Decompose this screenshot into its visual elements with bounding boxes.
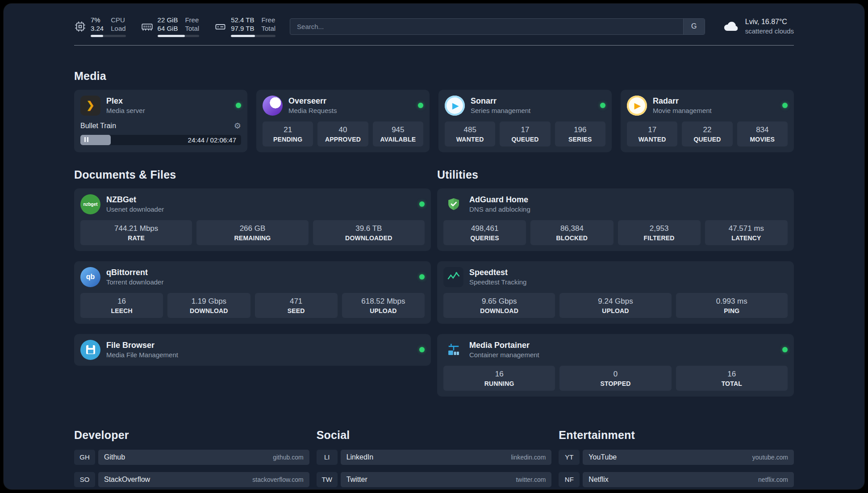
stat-block: 834 MOVIES <box>737 121 788 146</box>
service-description: Series management <box>471 106 530 115</box>
section-title-developer: Developer <box>74 429 309 442</box>
service-card-plex[interactable]: ❯ Plex Media server Bullet Train ⚙ <box>74 90 247 152</box>
stat-block: 266 GB REMAINING <box>196 220 308 245</box>
disk-free-label: Free <box>261 16 275 25</box>
stat-block: 945 AVAILABLE <box>373 121 423 146</box>
bookmark-url: youtube.com <box>752 454 788 461</box>
stat-block: 196 SERIES <box>555 121 605 146</box>
service-card-sonarr[interactable]: ▶ Sonarr Series management 485 WANTED 17… <box>438 90 612 152</box>
service-card-portainer[interactable]: Media Portainer Container management 16 … <box>437 334 794 397</box>
stat-block: 498,461 QUERIES <box>443 220 526 245</box>
header-divider <box>74 45 794 46</box>
status-dot <box>419 201 425 207</box>
bookmark-stackoverflow[interactable]: SO StackOverflow stackoverflow.com <box>74 472 309 487</box>
filebrowser-icon <box>80 340 100 360</box>
disk-total-label: Total <box>261 25 275 33</box>
bookmark-url: netflix.com <box>758 476 788 483</box>
stat-block: 2,953 FILTERED <box>618 220 701 245</box>
service-card-filebrowser[interactable]: File Browser Media File Management <box>74 334 431 366</box>
stat-block: 39.6 TB DOWNLOADED <box>313 220 425 245</box>
stat-block: 0 STOPPED <box>559 366 671 391</box>
bookmark-abbr: NF <box>559 472 580 487</box>
status-dot <box>418 103 423 108</box>
section-title-social: Social <box>317 429 552 442</box>
service-description: Movie management <box>653 106 712 115</box>
bookmark-group-developer: Developer GH Github github.com SO StackO… <box>74 429 309 490</box>
service-card-qbittorrent[interactable]: qb qBittorrent Torrent downloader 16 LEE… <box>74 261 431 324</box>
service-name: Overseerr <box>288 96 337 106</box>
memory-widget: 22 GiB 64 GiB Free Total <box>141 16 200 37</box>
plex-now-playing: Bullet Train ⚙ 24:44 / 02:06:47 <box>80 121 241 145</box>
speedtest-icon <box>443 267 463 287</box>
memory-free-value: 22 GiB <box>158 16 178 25</box>
cpu-widget: 7% 3.24 CPU Load <box>74 16 126 37</box>
service-description: Torrent downloader <box>106 278 163 287</box>
bookmark-url: linkedin.com <box>511 454 546 461</box>
playback-progress-bar: 24:44 / 02:06:47 <box>80 135 241 145</box>
bookmark-abbr: GH <box>74 450 95 465</box>
search-input[interactable] <box>290 19 683 34</box>
cpu-load-value: 3.24 <box>91 25 104 33</box>
service-name: NZBGet <box>106 195 164 205</box>
service-name: qBittorrent <box>106 267 163 278</box>
search-provider-button[interactable]: G <box>683 19 705 34</box>
bookmark-netflix[interactable]: NF Netflix netflix.com <box>559 472 794 487</box>
memory-free-label: Free <box>185 16 199 25</box>
stat-block: 40 APPROVED <box>317 121 368 146</box>
playback-time: 24:44 / 02:06:47 <box>188 136 236 144</box>
memory-icon <box>141 21 153 33</box>
service-name: Speedtest <box>469 267 526 278</box>
bookmark-name: Netflix <box>588 476 608 484</box>
stat-block: 16 LEECH <box>80 293 163 318</box>
service-description: Container management <box>469 351 539 359</box>
disk-free-value: 52.4 TB <box>231 16 254 25</box>
service-card-overseerr[interactable]: Overseerr Media Requests 21 PENDING 40 A… <box>256 90 430 152</box>
bookmark-twitter[interactable]: TW Twitter twitter.com <box>317 472 552 487</box>
stat-block: 0.993 ms PING <box>676 293 788 318</box>
service-card-adguard[interactable]: AdGuard Home DNS and adblocking 498,461 … <box>437 188 794 251</box>
stat-block: 9.24 Gbps UPLOAD <box>559 293 671 318</box>
bookmark-linkedin[interactable]: LI LinkedIn linkedin.com <box>317 450 552 465</box>
service-name: Radarr <box>653 96 712 106</box>
bookmark-group-entertainment: Entertainment YT YouTube youtube.com NF … <box>559 429 794 490</box>
now-playing-title: Bullet Train <box>80 122 116 130</box>
topbar: 7% 3.24 CPU Load <box>74 16 794 37</box>
service-card-radarr[interactable]: ▶ Radarr Movie management 17 WANTED 22 Q… <box>621 90 794 152</box>
stat-block: 21 PENDING <box>263 121 313 146</box>
service-card-nzbget[interactable]: nzbget NZBGet Usenet downloader 744.21 M… <box>74 188 431 251</box>
service-name: Sonarr <box>471 96 530 106</box>
overseerr-icon <box>263 96 283 116</box>
service-description: DNS and adblocking <box>469 205 530 214</box>
weather-location: Lviv, 16.87°C <box>745 17 794 27</box>
portainer-icon <box>443 340 463 360</box>
cpu-progress-bar <box>91 35 126 37</box>
section-utilities: Utilities AdGuard Home DNS and adblockin… <box>437 168 794 397</box>
section-title-utilities: Utilities <box>437 168 794 181</box>
bookmark-youtube[interactable]: YT YouTube youtube.com <box>559 450 794 465</box>
stat-block: 47.571 ms LATENCY <box>705 220 788 245</box>
service-name: Plex <box>106 96 145 106</box>
service-description: Usenet downloader <box>106 205 164 214</box>
bookmark-name: YouTube <box>588 453 617 461</box>
stat-block: 618.52 Mbps UPLOAD <box>342 293 425 318</box>
bookmark-name: StackOverflow <box>104 476 150 484</box>
stat-block: 471 SEED <box>255 293 338 318</box>
bookmark-github[interactable]: GH Github github.com <box>74 450 309 465</box>
bookmark-group-social: Social LI LinkedIn linkedin.com TW Twitt… <box>317 429 552 490</box>
section-title-entertainment: Entertainment <box>559 429 794 442</box>
service-name: Media Portainer <box>469 340 539 351</box>
service-name: File Browser <box>106 340 178 351</box>
service-card-speedtest[interactable]: Speedtest Speedtest Tracking 9.65 Gbps D… <box>437 261 794 324</box>
adguard-icon <box>443 194 463 214</box>
status-dot <box>782 103 788 108</box>
gear-icon[interactable]: ⚙ <box>234 121 241 131</box>
service-name: AdGuard Home <box>469 195 530 205</box>
radarr-icon: ▶ <box>627 96 647 116</box>
disk-total-value: 97.9 TB <box>231 25 254 33</box>
bookmark-abbr: YT <box>559 450 580 465</box>
pause-icon <box>84 136 90 144</box>
stat-block: 9.65 Gbps DOWNLOAD <box>443 293 555 318</box>
stat-block: 17 WANTED <box>627 121 677 146</box>
cpu-load-label: Load <box>111 25 125 33</box>
bookmark-url: github.com <box>273 454 303 461</box>
